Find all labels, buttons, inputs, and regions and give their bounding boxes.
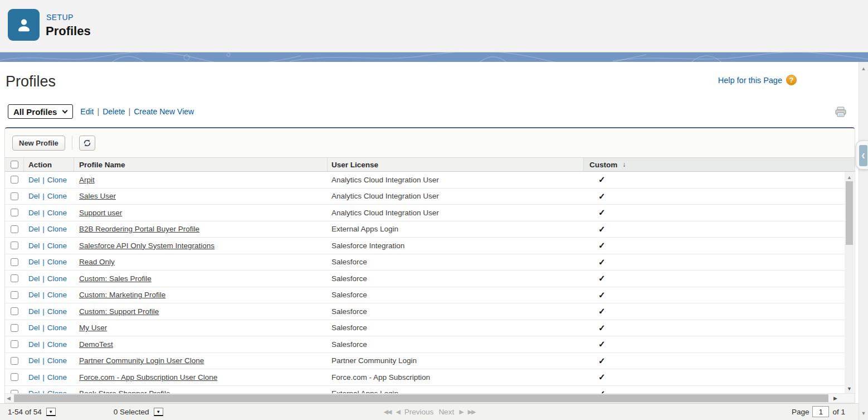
- help-link[interactable]: Help for this Page: [718, 76, 782, 85]
- profile-name-link[interactable]: B2B Reordering Portal Buyer Profile: [79, 225, 199, 233]
- page-scroll-down-icon[interactable]: ▼: [859, 409, 868, 417]
- table-horizontal-scrollbar-thumb[interactable]: [14, 394, 828, 402]
- row-name-cell: Force.com - App Subscription User Clone: [74, 373, 328, 382]
- previous-page-icon[interactable]: ◀: [396, 408, 399, 416]
- row-checkbox[interactable]: [11, 307, 18, 315]
- action-separator: |: [42, 242, 45, 250]
- table-vertical-scrollbar[interactable]: ▲ ▼: [845, 172, 854, 394]
- profile-name-link[interactable]: Force.com - App Subscription User Clone: [79, 373, 217, 382]
- table-row: Del | Clone B2B Reordering Portal Buyer …: [5, 221, 845, 238]
- del-link[interactable]: Del: [28, 242, 40, 250]
- user-license-cell: Salesforce: [328, 324, 584, 332]
- chevron-down-icon: [62, 108, 68, 113]
- profile-name-link[interactable]: My User: [79, 324, 107, 332]
- scroll-left-icon[interactable]: ◀: [7, 395, 11, 401]
- scroll-right-icon[interactable]: ▶: [833, 395, 837, 401]
- sidebar-collapse-tab[interactable]: ❮: [856, 141, 868, 170]
- row-checkbox-cell: [5, 340, 24, 348]
- clone-link[interactable]: Clone: [47, 324, 67, 332]
- del-link[interactable]: Del: [28, 356, 40, 365]
- row-checkbox-cell: [5, 324, 24, 332]
- row-custom-cell: ✓: [584, 257, 845, 267]
- clone-link[interactable]: Clone: [47, 209, 67, 217]
- row-custom-cell: ✓: [584, 356, 845, 366]
- scroll-down-icon[interactable]: ▼: [845, 385, 854, 393]
- row-checkbox[interactable]: [11, 225, 18, 233]
- create-new-view-link[interactable]: Create New View: [134, 107, 194, 116]
- next-page-icon[interactable]: ▶: [459, 408, 462, 416]
- delete-view-link[interactable]: Delete: [103, 107, 125, 116]
- del-link[interactable]: Del: [28, 340, 40, 349]
- profile-name-link[interactable]: Arpit: [79, 176, 95, 184]
- del-link[interactable]: Del: [28, 225, 40, 233]
- next-link[interactable]: Next: [438, 408, 454, 416]
- clone-link[interactable]: Clone: [47, 373, 67, 382]
- profile-name-link[interactable]: Read Only: [79, 258, 115, 266]
- row-checkbox[interactable]: [11, 209, 18, 216]
- profile-name-link[interactable]: Salesforce API Only System Integrations: [79, 242, 214, 250]
- del-link[interactable]: Del: [28, 192, 40, 200]
- row-checkbox[interactable]: [11, 274, 18, 282]
- profile-name-link[interactable]: Custom: Support Profile: [79, 307, 159, 316]
- page-number-input[interactable]: [812, 406, 829, 417]
- profile-name-link[interactable]: Custom: Marketing Profile: [79, 291, 165, 299]
- first-page-icon[interactable]: ◀◀: [383, 408, 391, 416]
- custom-check-icon: ✓: [598, 207, 606, 218]
- clone-link[interactable]: Clone: [47, 340, 67, 349]
- page-vertical-scrollbar[interactable]: ▲ ▼: [859, 62, 868, 420]
- profile-name-link[interactable]: Partner Community Login User Clone: [79, 356, 204, 365]
- profile-name-link[interactable]: Custom: Sales Profile: [79, 274, 152, 283]
- column-header-user-license[interactable]: User License: [328, 158, 584, 171]
- del-link[interactable]: Del: [28, 291, 40, 299]
- table-row: Del | Clone Custom: Support Profile Sale…: [5, 303, 845, 320]
- row-custom-cell: ✓: [584, 290, 845, 300]
- previous-link[interactable]: Previous: [404, 408, 434, 416]
- row-checkbox[interactable]: [11, 242, 18, 249]
- row-checkbox[interactable]: [11, 176, 18, 184]
- column-header-custom[interactable]: Custom ↓: [584, 158, 855, 171]
- row-checkbox[interactable]: [11, 291, 18, 299]
- del-link[interactable]: Del: [28, 176, 40, 184]
- row-checkbox[interactable]: [11, 357, 18, 365]
- table-vertical-scrollbar-thumb[interactable]: [846, 181, 853, 245]
- edit-view-link[interactable]: Edit: [80, 107, 94, 116]
- setup-breadcrumb: SETUP: [46, 13, 74, 22]
- page-scroll-up-icon[interactable]: ▲: [859, 65, 868, 73]
- refresh-button[interactable]: [79, 136, 95, 151]
- clone-link[interactable]: Clone: [47, 225, 67, 233]
- printer-icon[interactable]: [835, 107, 847, 120]
- clone-link[interactable]: Clone: [47, 291, 67, 299]
- del-link[interactable]: Del: [28, 373, 40, 382]
- clone-link[interactable]: Clone: [47, 192, 67, 200]
- clone-link[interactable]: Clone: [47, 307, 67, 316]
- last-page-icon[interactable]: ▶▶: [468, 408, 475, 416]
- del-link[interactable]: Del: [28, 258, 40, 266]
- row-checkbox[interactable]: [11, 324, 18, 332]
- clone-link[interactable]: Clone: [47, 176, 67, 184]
- column-header-action[interactable]: Action: [24, 158, 74, 171]
- del-link[interactable]: Del: [28, 324, 40, 332]
- row-checkbox[interactable]: [11, 192, 18, 200]
- row-checkbox[interactable]: [11, 258, 18, 266]
- view-select[interactable]: All Profiles: [8, 104, 73, 119]
- profile-name-link[interactable]: Sales User: [79, 192, 116, 200]
- scroll-up-icon[interactable]: ▲: [845, 173, 854, 181]
- clone-link[interactable]: Clone: [47, 242, 67, 250]
- refresh-icon: [83, 139, 91, 147]
- select-all-checkbox[interactable]: [11, 161, 18, 168]
- row-checkbox[interactable]: [11, 340, 18, 348]
- del-link[interactable]: Del: [28, 307, 40, 316]
- column-header-profile-name[interactable]: Profile Name: [74, 158, 328, 171]
- table-horizontal-scrollbar[interactable]: ◀ ▶: [5, 393, 855, 403]
- del-link[interactable]: Del: [28, 274, 40, 283]
- row-checkbox[interactable]: [11, 373, 18, 381]
- help-question-icon[interactable]: ?: [786, 75, 797, 85]
- new-profile-button[interactable]: New Profile: [12, 136, 65, 151]
- profile-name-link[interactable]: Support user: [79, 209, 122, 217]
- clone-link[interactable]: Clone: [47, 274, 67, 283]
- del-link[interactable]: Del: [28, 209, 40, 217]
- clone-link[interactable]: Clone: [47, 258, 67, 266]
- custom-check-icon: ✓: [598, 191, 606, 201]
- clone-link[interactable]: Clone: [47, 356, 67, 365]
- profile-name-link[interactable]: DemoTest: [79, 340, 113, 349]
